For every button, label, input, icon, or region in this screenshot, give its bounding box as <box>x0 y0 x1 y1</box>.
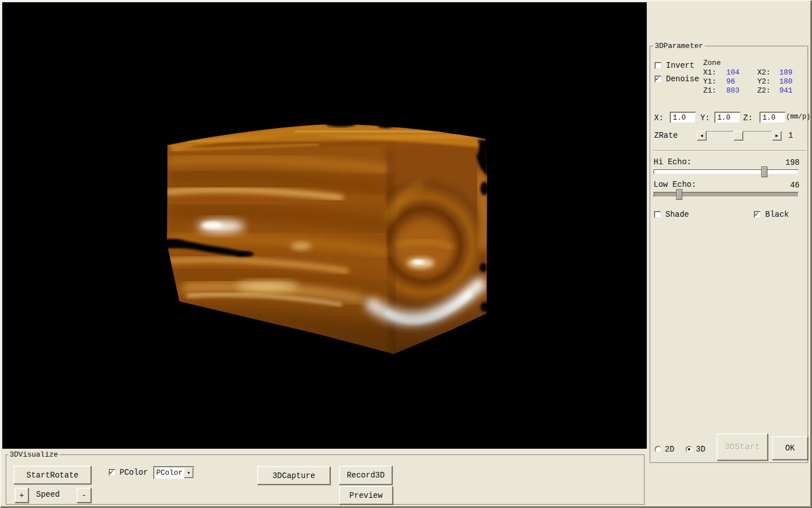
checkmark-icon: ✓ <box>655 75 659 83</box>
pcolor-checkbox[interactable]: ✓ <box>109 469 116 476</box>
invert-label: Invert <box>666 62 694 70</box>
shade-checkbox[interactable] <box>654 211 661 218</box>
arrow-right-icon: ► <box>775 133 778 138</box>
zrate-arrow-left-button[interactable]: ◄ <box>697 131 707 141</box>
panel-3dvisualize-title: 3DVisualize <box>8 450 60 459</box>
speed-label: Speed <box>36 491 60 499</box>
zone-x1-label: X1: <box>703 69 716 77</box>
scale-unit-label: (mm/p) <box>786 113 810 121</box>
denoise-checkbox[interactable]: ✓ <box>655 76 661 82</box>
zone-y1-label: Y1: <box>703 78 716 86</box>
panel-3dparameter: 3DParameter Invert ✓ Denoise Zone X1: 10… <box>650 46 809 463</box>
zrate-arrow-right-button[interactable]: ► <box>772 131 782 141</box>
zone-y2-label: Y2: <box>757 78 770 86</box>
zone-x2-value: 189 <box>779 69 792 77</box>
volume-render-3d <box>2 2 647 449</box>
pcolor-dropdown-value: PColor <box>156 468 183 477</box>
preview-button[interactable]: Preview <box>339 486 393 505</box>
low-echo-label: Low Echo: <box>654 181 696 189</box>
pcolor-dropdown-button[interactable]: ▼ <box>184 467 193 478</box>
zone-y2-value: 180 <box>779 78 792 86</box>
zone-x1-value: 104 <box>726 69 739 77</box>
black-checkbox[interactable]: ✓ <box>754 211 761 218</box>
scale-x-label: X: <box>654 114 664 122</box>
black-label: Black <box>765 211 789 219</box>
start-3d-button[interactable]: 3DStart <box>717 433 768 461</box>
zrate-label: ZRate <box>654 132 678 140</box>
hi-echo-slider-track[interactable] <box>654 169 798 174</box>
scale-x-input[interactable] <box>670 112 696 123</box>
zone-y1-value: 96 <box>726 78 735 86</box>
checkmark-icon: ✓ <box>109 468 113 476</box>
low-echo-value: 46 <box>790 181 800 190</box>
pcolor-label: PColor <box>120 468 148 477</box>
mode-2d-label: 2D <box>665 445 674 454</box>
mode-2d-radio[interactable] <box>655 446 661 453</box>
low-echo-slider-thumb[interactable] <box>676 189 682 200</box>
zrate-scrollbar-thumb[interactable] <box>734 131 743 141</box>
chevron-down-icon: ▼ <box>187 471 189 475</box>
zone-title: Zone <box>703 59 721 67</box>
low-echo-slider-track[interactable] <box>654 192 798 197</box>
zone-x2-label: X2: <box>757 69 770 77</box>
zone-z1-value: 803 <box>726 87 739 95</box>
speed-plus-button[interactable]: + <box>15 488 29 503</box>
app-window: 3DParameter Invert ✓ Denoise Zone X1: 10… <box>0 0 812 508</box>
pcolor-dropdown[interactable]: PColor ▼ <box>153 466 195 479</box>
scale-z-input[interactable] <box>760 112 785 123</box>
zrate-scrollbar[interactable]: ◄ ► <box>697 131 782 141</box>
speed-minus-button[interactable]: - <box>77 488 91 503</box>
zone-z2-value: 941 <box>779 87 792 95</box>
render-viewport[interactable] <box>2 2 647 449</box>
ok-button[interactable]: OK <box>772 436 808 460</box>
denoise-label: Denoise <box>666 75 699 84</box>
arrow-left-icon: ◄ <box>700 133 703 138</box>
mode-3d-label: 3D <box>696 445 705 454</box>
record-3d-button[interactable]: Record3D <box>339 466 392 485</box>
checkmark-icon: ✓ <box>754 210 758 218</box>
zrate-value: 1 <box>788 132 793 140</box>
shade-label: Shade <box>665 211 689 219</box>
zone-z1-label: Z1: <box>703 87 716 95</box>
hi-echo-value: 198 <box>785 158 800 167</box>
scale-y-input[interactable] <box>714 112 740 123</box>
panel-3dparameter-title: 3DParameter <box>653 42 705 50</box>
zone-z2-label: Z2: <box>757 87 770 95</box>
scale-z-label: Z: <box>743 114 753 122</box>
capture-3d-button[interactable]: 3DCapture <box>257 466 330 485</box>
mode-3d-radio[interactable] <box>686 446 692 453</box>
panel-3dvisualize: 3DVisualize StartRotate ✓ PColor PColor … <box>6 454 645 505</box>
separator-line <box>653 150 806 151</box>
invert-checkbox[interactable] <box>655 62 661 69</box>
start-rotate-button[interactable]: StartRotate <box>14 466 91 484</box>
hi-echo-slider-thumb[interactable] <box>761 167 767 177</box>
scale-y-label: Y: <box>700 114 710 122</box>
radio-dot <box>688 448 690 450</box>
hi-echo-label: Hi Echo: <box>654 158 691 167</box>
